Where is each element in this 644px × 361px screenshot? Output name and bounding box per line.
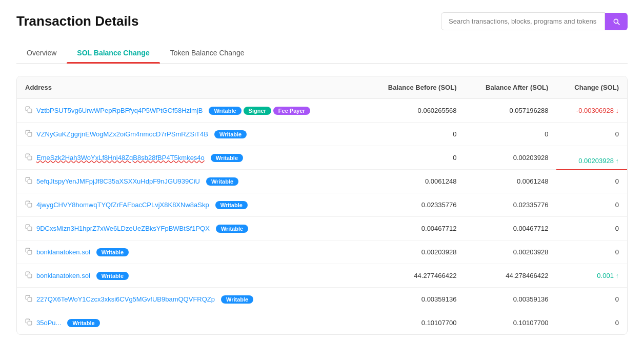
balance-before: 0.060265568 [366,99,465,123]
svg-rect-6 [28,250,32,254]
badge-group: Writable [216,225,248,233]
balance-after: 0.00359136 [465,288,556,311]
copy-icon[interactable] [25,130,32,138]
badge-writable: Writable [206,177,238,186]
change-value: 0.001 ↑ [556,264,627,288]
svg-rect-5 [28,227,32,231]
change-value: -0.00306928 ↓ [556,99,627,123]
balance-before: 0 [366,123,465,146]
table-row: 227QX6TeWoY1Czcx3xksi6CVg5MGvfUB9bamQQVF… [17,288,627,311]
badge-writable: Writable [209,107,241,115]
balance-before: 0 [366,146,465,170]
badge-group: WritableSignerFee Payer [209,107,310,115]
copy-icon[interactable] [25,177,32,186]
col-address: Address [17,76,366,99]
table-row: VZNyGuKZggrjnEWogMZx2oiGm4nmocD7rPSmRZSi… [17,123,627,146]
badge-writable: Writable [215,201,248,209]
change-value: 0 [556,311,627,335]
table-row: EmeSzk2Hah3WoYxLf8Hni48ZqB8sb28fBP4T5kmk… [17,146,627,170]
balance-after: 0.057196288 [465,99,556,123]
balance-before: 0.00467712 [366,217,465,240]
table-row: 4jwygCHVY8homwqTYQfZrFAFbacCPLvjX8K8XNw8… [17,193,627,217]
search-button[interactable] [605,13,628,30]
balance-after: 44.278466422 [465,264,556,288]
copy-icon[interactable] [25,224,32,233]
page-title: Transaction Details [16,13,138,29]
copy-icon[interactable] [25,153,32,162]
balance-after: 0.02335776 [465,193,556,217]
badge-fee-payer: Fee Payer [273,107,310,115]
address-link[interactable]: VztbPSUT5vg6UrwWPepRpBFfyq4P5WPtGCf58Hzi… [36,107,203,114]
copy-icon[interactable] [25,200,32,209]
svg-rect-9 [28,321,32,325]
balance-before: 0.0061248 [366,170,465,193]
badge-writable: Writable [211,154,243,162]
badge-writable: Writable [96,248,129,256]
copy-icon[interactable] [25,248,32,256]
badge-writable: Writable [67,319,99,327]
address-link[interactable]: VZNyGuKZggrjnEWogMZx2oiGm4nmocD7rPSmRZSi… [36,130,208,138]
search-bar [441,12,628,30]
table-row: 9DCxsMizn3H1hprZ7xWe6LDzeUeZBksYFpBWBtSf… [17,217,627,240]
address-link[interactable]: EmeSzk2Hah3WoYxLf8Hni48ZqB8sb28fBP4T5kmk… [36,154,205,162]
badge-group: Writable [206,177,238,186]
address-link[interactable]: 5efqJtspyYenJMFpjJf8C35aXSXXuHdpF9nJGU93… [36,177,200,185]
table-row: 35oPu...Writable0.101077000.101077000 [17,311,627,335]
change-value: 0 [556,123,627,146]
change-value: 0.00203928 ↑ [556,146,627,170]
badge-group: Writable [215,201,248,209]
tab-bar: Overview SOL Balance Change Token Balanc… [16,43,628,64]
address-link[interactable]: 35oPu... [36,319,61,327]
badge-group: Writable [221,295,253,304]
balance-after: 0.00203928 [465,146,556,170]
balance-before: 0.02335776 [366,193,465,217]
table-row: bonklanatoken.solWritable44.27746642244.… [17,264,627,288]
copy-icon[interactable] [25,271,32,280]
svg-rect-3 [28,179,32,184]
tab-sol-balance[interactable]: SOL Balance Change [67,43,159,63]
change-value: 0 [556,217,627,240]
search-input[interactable] [441,12,605,30]
change-value: 0 [556,240,627,264]
badge-writable: Writable [96,272,129,280]
address-link[interactable]: 9DCxsMizn3H1hprZ7xWe6LDzeUeZBksYFpBWBtSf… [36,225,210,232]
balance-after: 0.0061248 [465,170,556,193]
balance-after: 0.00203928 [465,240,556,264]
balance-before: 0.00359136 [366,288,465,311]
copy-icon[interactable] [25,295,32,304]
col-balance-after: Balance After (SOL) [465,76,556,99]
badge-writable: Writable [216,225,248,233]
address-link[interactable]: bonklanatoken.sol [36,272,90,279]
badge-writable: Writable [214,130,247,138]
tab-token-balance[interactable]: Token Balance Change [160,43,255,63]
balance-after: 0 [465,123,556,146]
balance-table: Address Balance Before (SOL) Balance Aft… [16,76,628,335]
address-link[interactable]: 227QX6TeWoY1Czcx3xksi6CVg5MGvfUB9bamQQVF… [36,295,215,303]
badge-signer: Signer [244,107,271,115]
tab-overview[interactable]: Overview [16,43,67,63]
balance-before: 0.00203928 [366,240,465,264]
balance-before: 0.10107700 [366,311,465,335]
svg-rect-7 [28,274,32,278]
change-value: 0 [556,288,627,311]
address-link[interactable]: 4jwygCHVY8homwqTYQfZrFAFbacCPLvjX8K8XNw8… [36,201,209,209]
col-balance-before: Balance Before (SOL) [366,76,465,99]
badge-group: Writable [67,319,99,327]
balance-after: 0.00467712 [465,217,556,240]
table-row: bonklanatoken.solWritable0.002039280.002… [17,240,627,264]
copy-icon[interactable] [25,318,32,327]
address-link[interactable]: bonklanatoken.sol [36,248,90,256]
svg-rect-2 [28,156,32,160]
balance-after: 0.10107700 [465,311,556,335]
table-row: 5efqJtspyYenJMFpjJf8C35aXSXXuHdpF9nJGU93… [17,170,627,193]
balance-before: 44.277466422 [366,264,465,288]
copy-icon[interactable] [25,106,32,115]
change-value: 0 [556,170,627,193]
badge-writable: Writable [221,295,253,304]
badge-group: Writable [96,248,129,256]
svg-rect-1 [28,132,32,136]
badge-group: Writable [96,272,129,280]
svg-rect-8 [28,297,32,302]
col-change: Change (SOL) [556,76,627,99]
badge-group: Writable [214,130,247,138]
